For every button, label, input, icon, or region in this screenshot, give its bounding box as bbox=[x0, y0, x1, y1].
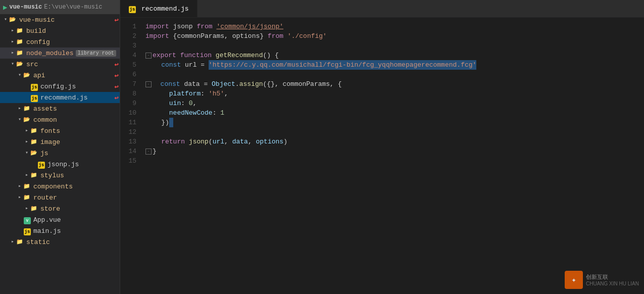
code-line-13: return jsonp(url, data, options) bbox=[145, 137, 644, 146]
tree-item-main-js[interactable]: js main.js bbox=[0, 225, 120, 236]
collapse-btn-14[interactable]: - bbox=[145, 149, 152, 155]
chevron-vue-music bbox=[2, 16, 9, 23]
code-line-1: import jsonp from 'common/js/jsonp' bbox=[145, 22, 644, 31]
code-line-2: import {commonParams, options} from './c… bbox=[145, 31, 644, 41]
tree-item-router[interactable]: router bbox=[0, 192, 120, 203]
line-numbers: 1 2 3 4 5 6 7 8 9 10 11 12 13 14 15 bbox=[120, 18, 141, 294]
arrow-recommend-js: ↩ bbox=[115, 93, 119, 102]
folder-icon-node-modules bbox=[16, 50, 24, 57]
code-line-4: - export function getRecommend() { bbox=[145, 51, 644, 60]
folder-icon-build bbox=[16, 27, 24, 34]
code-line-7: - const data = Object.assign({}, commonP… bbox=[145, 79, 644, 89]
label-vue-music: vue-music bbox=[19, 16, 55, 24]
watermark-pinyin: CHUANG XIN HU LIAN bbox=[586, 281, 639, 286]
label-assets: assets bbox=[33, 105, 57, 113]
chevron-config bbox=[9, 38, 16, 45]
folder-icon-api bbox=[23, 72, 31, 79]
chevron-image bbox=[23, 138, 30, 145]
chevron-node-modules bbox=[9, 50, 16, 57]
watermark: ✦ 创新互联 CHUANG XIN HU LIAN bbox=[565, 271, 639, 289]
label-api: api bbox=[33, 72, 45, 79]
folder-icon-common bbox=[23, 116, 31, 123]
tree-item-stylus[interactable]: stylus bbox=[0, 170, 120, 181]
tree-item-config-js[interactable]: js config.js ↩ bbox=[0, 81, 120, 92]
label-common: common bbox=[33, 116, 57, 124]
label-src: src bbox=[26, 61, 38, 68]
arrow-src: ↩ bbox=[115, 60, 119, 69]
code-line-12 bbox=[145, 127, 644, 137]
watermark-logo-icon: ✦ bbox=[571, 275, 576, 285]
chevron-jsonp-js bbox=[30, 161, 37, 168]
label-static: static bbox=[26, 238, 50, 246]
tab-recommend-js[interactable]: js recommend.js bbox=[120, 0, 197, 17]
folder-icon-src bbox=[16, 61, 24, 68]
tree-item-app-vue[interactable]: V App.vue bbox=[0, 214, 120, 225]
code-line-9: uin: 0, bbox=[145, 99, 644, 108]
code-line-8: platform: 'h5', bbox=[145, 89, 644, 99]
tree-item-image[interactable]: image bbox=[0, 136, 120, 148]
label-node-modules: node_modules bbox=[26, 50, 74, 57]
tab-label: recommend.js bbox=[141, 5, 189, 13]
file-explorer[interactable]: ▶ vue-music E:\vue\vue-music vue-music ↩… bbox=[0, 0, 120, 294]
tree-item-recommend-js[interactable]: js recommend.js ↩ bbox=[0, 92, 120, 103]
chevron-components bbox=[16, 183, 23, 190]
code-line-11: }) bbox=[145, 118, 644, 127]
tree-item-static[interactable]: static bbox=[0, 236, 120, 248]
tree-item-node-modules[interactable]: node_modules library root bbox=[0, 47, 120, 59]
chevron-assets bbox=[16, 105, 23, 112]
tree-item-src[interactable]: src ↩ bbox=[0, 59, 120, 70]
collapse-btn-4[interactable]: - bbox=[145, 53, 152, 59]
arrow-config-js: ↩ bbox=[115, 82, 119, 91]
label-stylus: stylus bbox=[40, 172, 64, 179]
chevron-recommend-js bbox=[23, 94, 30, 101]
folder-icon-stylus bbox=[30, 172, 38, 179]
chevron-main-js bbox=[16, 227, 23, 234]
label-main-js: main.js bbox=[33, 227, 61, 235]
tree-item-components[interactable]: components bbox=[0, 181, 120, 192]
tree-item-store[interactable]: store bbox=[0, 203, 120, 214]
code-line-14: - } bbox=[145, 146, 644, 156]
tree-item-fonts[interactable]: fonts bbox=[0, 125, 120, 136]
badge-library-root: library root bbox=[76, 50, 116, 57]
tree-item-vue-music[interactable]: vue-music ↩ bbox=[0, 14, 120, 25]
code-line-15 bbox=[145, 156, 644, 166]
collapse-btn-7[interactable]: - bbox=[145, 81, 152, 87]
explorer-header: ▶ vue-music E:\vue\vue-music bbox=[0, 0, 120, 14]
chevron-stylus bbox=[23, 172, 30, 179]
label-components: components bbox=[33, 183, 73, 190]
tree-item-assets[interactable]: assets bbox=[0, 103, 120, 114]
arrow-api: ↩ bbox=[115, 71, 119, 80]
folder-icon-router bbox=[23, 194, 31, 201]
label-store: store bbox=[40, 205, 60, 213]
label-app-vue: App.vue bbox=[33, 216, 61, 224]
vue-icon-app: V bbox=[23, 216, 31, 223]
chevron-static bbox=[9, 238, 16, 246]
tree-item-jsonp-js[interactable]: js jsonp.js bbox=[0, 159, 120, 170]
chevron-app-vue bbox=[16, 216, 23, 223]
tree-item-api[interactable]: api ↩ bbox=[0, 70, 120, 81]
js-icon-recommend: js bbox=[30, 94, 38, 101]
chevron-js bbox=[23, 150, 30, 157]
arrow-vue-music: ↩ bbox=[115, 16, 119, 24]
tree-item-common[interactable]: common bbox=[0, 114, 120, 125]
folder-icon-store bbox=[30, 205, 38, 212]
chevron-src bbox=[9, 61, 16, 68]
chevron-config-js bbox=[23, 83, 30, 90]
code-content[interactable]: import jsonp from 'common/js/jsonp' impo… bbox=[141, 18, 644, 294]
editor-tabs[interactable]: js recommend.js bbox=[120, 0, 644, 18]
chevron-api bbox=[16, 72, 23, 79]
editor-body: 1 2 3 4 5 6 7 8 9 10 11 12 13 14 15 impo… bbox=[120, 18, 644, 294]
tree-item-js[interactable]: js bbox=[0, 148, 120, 159]
watermark-text: 创新互联 CHUANG XIN HU LIAN bbox=[586, 273, 639, 286]
vue-icon: ▶ bbox=[3, 3, 7, 12]
folder-icon-vue-music bbox=[9, 16, 17, 23]
tree-item-config[interactable]: config bbox=[0, 36, 120, 47]
chevron-build bbox=[9, 27, 16, 34]
watermark-logo: ✦ bbox=[565, 271, 583, 289]
folder-icon-fonts bbox=[30, 127, 38, 134]
tree-item-build[interactable]: build bbox=[0, 25, 120, 36]
label-image: image bbox=[40, 138, 60, 146]
label-fonts: fonts bbox=[40, 127, 60, 135]
app-path: E:\vue\vue-music bbox=[44, 4, 102, 11]
label-config: config bbox=[26, 38, 50, 46]
